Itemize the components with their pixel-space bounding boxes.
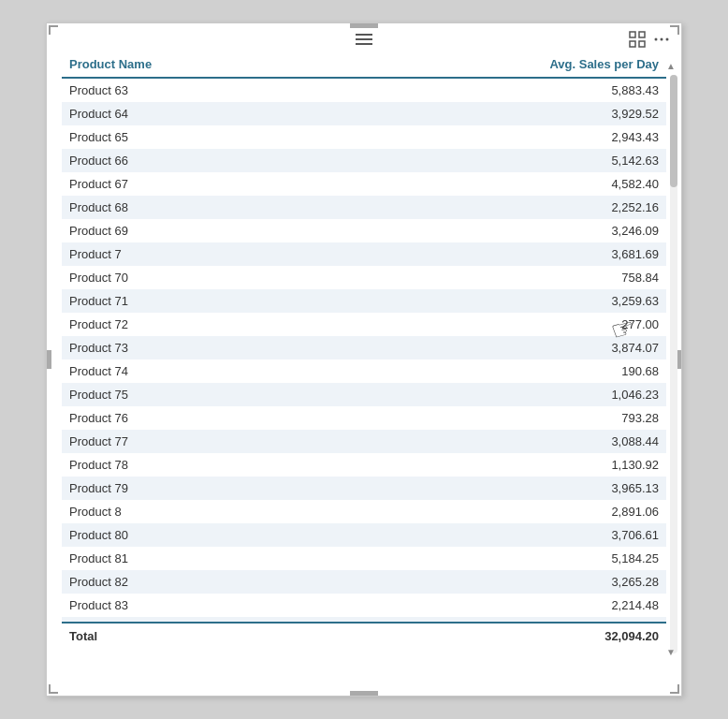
cell-avg-sales: 3,929.52 xyxy=(328,102,666,125)
cell-product-name: Product 8 xyxy=(62,500,328,523)
cell-avg-sales: 3,246.09 xyxy=(328,219,666,242)
cell-product-name: Product 71 xyxy=(62,289,328,313)
cell-avg-sales: 3,965.13 xyxy=(328,477,666,500)
table-container: Product Name Avg. Sales per Day Product … xyxy=(47,51,681,649)
svg-point-6 xyxy=(666,38,669,41)
table-row[interactable]: Product 652,943.43 xyxy=(62,125,666,149)
table-row[interactable]: Product 832,214.48 xyxy=(62,594,666,617)
cell-product-name: Product 72 xyxy=(62,313,328,336)
cell-avg-sales: 793.28 xyxy=(328,406,666,430)
table-row[interactable]: Product 70758.84 xyxy=(62,266,666,289)
table-row[interactable]: Product 643,929.52 xyxy=(62,102,666,125)
table-row[interactable]: Product 793,965.13 xyxy=(62,477,666,500)
svg-rect-0 xyxy=(630,32,635,37)
cell-avg-sales: 3,706.61 xyxy=(328,523,666,547)
cell-product-name: Product 77 xyxy=(62,430,328,453)
cell-avg-sales: 1,130.92 xyxy=(328,453,666,477)
cell-product-name: Product 78 xyxy=(62,453,328,477)
scroll-down-arrow[interactable]: ▼ xyxy=(664,645,677,658)
scrollbar-thumb[interactable] xyxy=(670,75,677,187)
table-row[interactable]: Product 693,246.09 xyxy=(62,219,666,242)
more-options-icon[interactable] xyxy=(653,31,670,48)
cell-avg-sales: 3,088.44 xyxy=(328,430,666,453)
cell-product-name: Product 7 xyxy=(62,242,328,266)
table-row[interactable]: Product 665,142.63 xyxy=(62,149,666,172)
resize-handle-bl[interactable] xyxy=(49,684,58,694)
cell-product-name: Product 76 xyxy=(62,406,328,430)
cell-product-name: Product 69 xyxy=(62,219,328,242)
hamburger-menu-icon[interactable] xyxy=(356,34,372,45)
scrollbar-track xyxy=(670,75,677,653)
cell-product-name: Product 73 xyxy=(62,336,328,360)
cell-avg-sales: 2,252.16 xyxy=(328,196,666,219)
cell-product-name: Product 79 xyxy=(62,477,328,500)
resize-handle-tr[interactable] xyxy=(670,25,679,35)
cell-avg-sales: 1,046.23 xyxy=(328,383,666,406)
cell-product-name: Product 80 xyxy=(62,523,328,547)
table-row[interactable]: Product 73,681.69 xyxy=(62,242,666,266)
svg-rect-1 xyxy=(639,32,645,37)
table-row[interactable]: Product 74190.68 xyxy=(62,360,666,383)
cell-product-name: Product 81 xyxy=(62,547,328,570)
footer-label: Total xyxy=(69,629,97,643)
table-row[interactable]: Product 773,088.44 xyxy=(62,430,666,453)
focus-icon[interactable] xyxy=(629,31,646,48)
cell-avg-sales: 277.00 xyxy=(328,313,666,336)
cell-avg-sales: 5,184.25 xyxy=(328,547,666,570)
footer-value: 32,094.20 xyxy=(604,629,659,643)
cell-product-name: Product 65 xyxy=(62,125,328,149)
cell-product-name: Product 75 xyxy=(62,383,328,406)
cell-avg-sales: 2,214.48 xyxy=(328,594,666,617)
table-row[interactable]: Product 823,265.28 xyxy=(62,570,666,594)
cell-avg-sales: 3,681.69 xyxy=(328,242,666,266)
svg-point-5 xyxy=(661,38,663,41)
scroll-up-arrow[interactable]: ▲ xyxy=(664,59,677,72)
resize-handle-tl[interactable] xyxy=(49,25,58,35)
cell-product-name: Product 82 xyxy=(62,570,328,594)
cell-product-name: Product 70 xyxy=(62,266,328,289)
table-row[interactable]: Product 682,252.16 xyxy=(62,196,666,219)
cell-product-name: Product 83 xyxy=(62,594,328,617)
cell-product-name: Product 64 xyxy=(62,102,328,125)
cell-avg-sales: 2,943.43 xyxy=(328,125,666,149)
table-row[interactable]: Product 635,883.43 xyxy=(62,78,666,102)
table-row[interactable]: Product 781,130.92 xyxy=(62,453,666,477)
table-row[interactable]: Product 674,582.40 xyxy=(62,172,666,196)
cell-avg-sales: 4,582.40 xyxy=(328,172,666,196)
resize-handle-br[interactable] xyxy=(670,684,679,694)
cell-avg-sales: 3,874.07 xyxy=(328,336,666,360)
resize-handle-top[interactable] xyxy=(350,23,378,28)
svg-point-4 xyxy=(655,38,658,41)
cell-product-name: Product 67 xyxy=(62,172,328,196)
column-header-product-name[interactable]: Product Name xyxy=(62,51,328,78)
cell-avg-sales: 5,883.43 xyxy=(328,78,666,102)
table-row[interactable]: Product 803,706.61 xyxy=(62,523,666,547)
cell-avg-sales: 2,891.06 xyxy=(328,500,666,523)
cell-avg-sales: 5,142.63 xyxy=(328,149,666,172)
cell-product-name: Product 74 xyxy=(62,360,328,383)
cell-avg-sales: 190.68 xyxy=(328,360,666,383)
cell-avg-sales: 3,265.28 xyxy=(328,570,666,594)
column-header-avg-sales[interactable]: Avg. Sales per Day xyxy=(328,51,666,78)
cell-product-name: Product 66 xyxy=(62,149,328,172)
cell-product-name: Product 63 xyxy=(62,78,328,102)
table-row[interactable]: Product 76793.28 xyxy=(62,406,666,430)
table-row[interactable]: Product 72277.00 xyxy=(62,313,666,336)
cell-avg-sales: 758.84 xyxy=(328,266,666,289)
widget-container: Product Name Avg. Sales per Day Product … xyxy=(46,22,682,697)
table-row[interactable]: Product 751,046.23 xyxy=(62,383,666,406)
table-row[interactable]: Product 82,891.06 xyxy=(62,500,666,523)
table-row[interactable]: Product 713,259.63 xyxy=(62,289,666,313)
table-footer: Total 32,094.20 xyxy=(62,622,666,649)
svg-rect-2 xyxy=(630,41,635,47)
resize-handle-bottom[interactable] xyxy=(350,691,378,696)
cell-avg-sales: 3,259.63 xyxy=(328,289,666,313)
svg-rect-3 xyxy=(639,41,645,47)
data-table: Product Name Avg. Sales per Day Product … xyxy=(62,51,666,640)
table-row[interactable]: Product 815,184.25 xyxy=(62,547,666,570)
table-row[interactable]: Product 733,874.07 xyxy=(62,336,666,360)
cell-product-name: Product 68 xyxy=(62,196,328,219)
